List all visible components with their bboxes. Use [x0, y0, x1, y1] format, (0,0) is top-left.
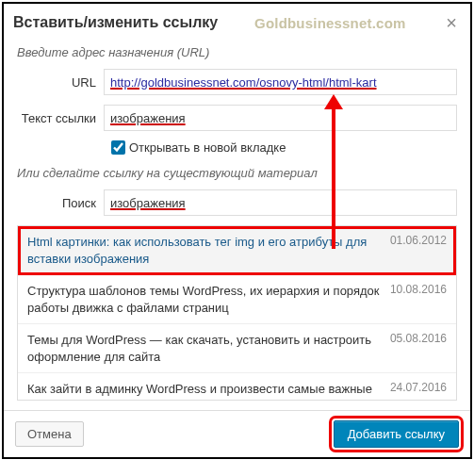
link-text-input[interactable]	[104, 105, 457, 131]
result-date: 01.06.2012	[390, 234, 447, 267]
link-text-label: Текст ссылки	[17, 111, 104, 125]
url-input[interactable]	[104, 69, 457, 95]
result-title: Html картинки: как использовать тег img …	[27, 234, 381, 267]
search-results[interactable]: Html картинки: как использовать тег img …	[17, 225, 457, 401]
result-row[interactable]: Структура шаблонов темы WordPress, их ие…	[18, 275, 456, 324]
newtab-label: Открывать в новой вкладке	[129, 140, 286, 155]
close-icon[interactable]: ×	[442, 13, 461, 32]
search-label: Поиск	[17, 196, 104, 210]
result-date: 10.08.2016	[390, 283, 447, 316]
newtab-row: Открывать в новой вкладке	[17, 140, 457, 155]
dialog-header: Вставить/изменить ссылку Goldbusinessnet…	[4, 4, 470, 36]
brand-watermark: Goldbusinessnet.com	[254, 15, 406, 31]
existing-hint: Или сделайте ссылку на существующий мате…	[17, 166, 457, 180]
newtab-checkbox[interactable]	[111, 140, 125, 155]
result-title: Структура шаблонов темы WordPress, их ие…	[27, 283, 381, 316]
result-row[interactable]: Как зайти в админку WordPress и произвес…	[18, 373, 456, 401]
cancel-button[interactable]: Отмена	[15, 421, 84, 447]
url-hint: Введите адрес назначения (URL)	[17, 45, 457, 59]
url-row: URL	[17, 69, 457, 95]
search-input[interactable]	[104, 189, 457, 216]
url-label: URL	[17, 75, 104, 90]
link-text-row: Текст ссылки	[17, 105, 457, 131]
link-dialog: Вставить/изменить ссылку Goldbusinessnet…	[2, 2, 472, 459]
result-row[interactable]: Темы для WordPress — как скачать, устано…	[18, 324, 456, 373]
dialog-body: Введите адрес назначения (URL) URL Текст…	[4, 36, 470, 410]
add-link-button[interactable]: Добавить ссылку	[334, 420, 459, 448]
result-title: Как зайти в админку WordPress и произвес…	[27, 381, 381, 401]
result-date: 05.08.2016	[390, 332, 447, 365]
result-date: 24.07.2016	[390, 381, 447, 401]
dialog-footer: Отмена Добавить ссылку	[4, 410, 470, 457]
result-row[interactable]: Html картинки: как использовать тег img …	[18, 226, 456, 275]
dialog-title: Вставить/изменить ссылку	[13, 14, 218, 31]
result-title: Темы для WordPress — как скачать, устано…	[27, 332, 381, 365]
search-row: Поиск	[17, 189, 457, 216]
